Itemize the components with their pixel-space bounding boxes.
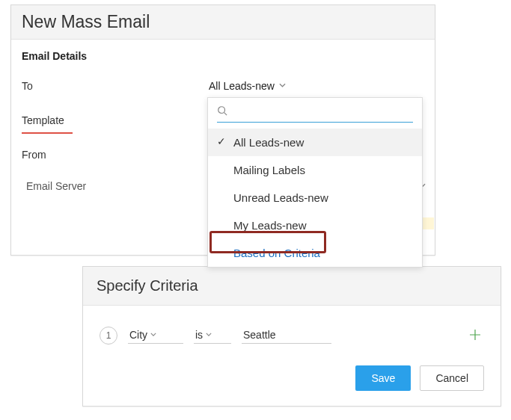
chevron-down-icon	[206, 333, 212, 336]
template-label: Template	[22, 114, 209, 126]
page-title: New Mass Email	[22, 12, 424, 32]
criteria-row: 1 City is Seattle	[83, 306, 501, 352]
criteria-field-dropdown[interactable]: City	[128, 327, 183, 344]
dropdown-search-row	[208, 98, 422, 129]
criteria-field-label: City	[129, 329, 147, 341]
criteria-operator-label: is	[195, 329, 203, 341]
criteria-index-badge: 1	[100, 327, 117, 345]
criteria-buttons: Save Cancel	[83, 352, 501, 391]
to-dropdown-trigger[interactable]: All Leads-new	[209, 80, 286, 92]
chevron-down-icon	[150, 333, 156, 336]
dropdown-item-based-on-criteria[interactable]: Based on Criteria	[208, 239, 422, 267]
cancel-button[interactable]: Cancel	[420, 365, 484, 391]
criteria-title: Specify Criteria	[97, 277, 487, 294]
panel-header: New Mass Email	[11, 5, 435, 40]
add-criteria-button[interactable]	[469, 327, 484, 345]
criteria-operator-dropdown[interactable]: is	[194, 327, 231, 344]
criteria-value-input[interactable]: Seattle	[242, 327, 331, 344]
to-dropdown: All Leads-new Mailing Labels Unread Lead…	[207, 97, 423, 268]
template-underline	[22, 132, 73, 134]
to-value: All Leads-new	[209, 80, 275, 92]
chevron-down-icon	[279, 83, 286, 87]
section-title: Email Details	[11, 40, 435, 70]
criteria-value-text: Seattle	[243, 329, 276, 341]
from-label: From	[22, 149, 209, 161]
svg-point-0	[218, 107, 225, 114]
dropdown-item-mailing-labels[interactable]: Mailing Labels	[208, 156, 422, 184]
dropdown-search-input[interactable]	[232, 106, 413, 118]
dropdown-item-my-leads[interactable]: My Leads-new	[208, 211, 422, 239]
search-icon	[217, 105, 227, 119]
criteria-header: Specify Criteria	[83, 267, 501, 306]
dropdown-item-all-leads[interactable]: All Leads-new	[208, 129, 422, 156]
dropdown-item-unread-leads[interactable]: Unread Leads-new	[208, 184, 422, 211]
save-button[interactable]: Save	[355, 365, 411, 391]
to-label: To	[22, 80, 209, 92]
specify-criteria-panel: Specify Criteria 1 City is Seattle Save …	[82, 266, 501, 407]
